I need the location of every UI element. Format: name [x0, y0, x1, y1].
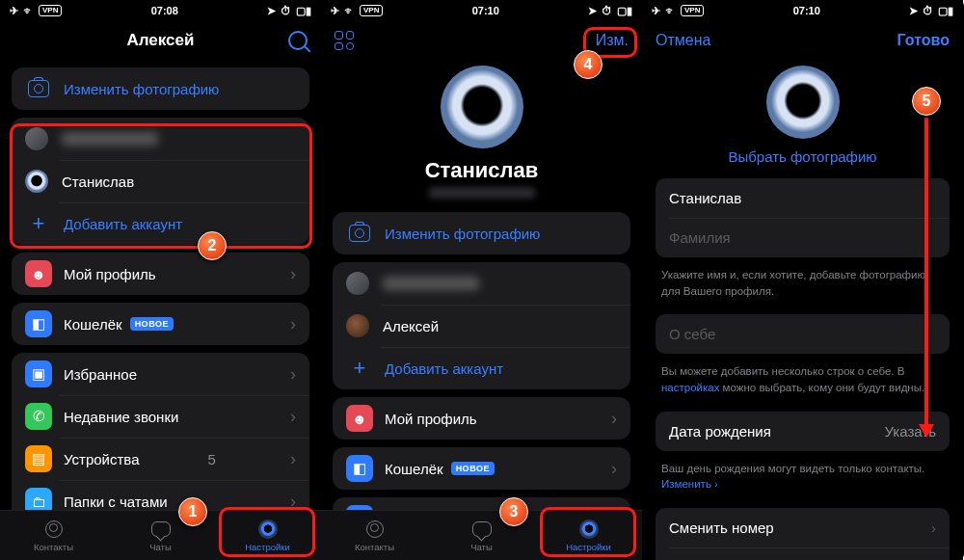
phone-icon: ✆: [25, 403, 52, 430]
airplane-icon: ✈︎: [10, 5, 18, 17]
accounts-card: Станислав +Добавить аккаунт: [12, 118, 309, 245]
row-label: Кошелёк: [64, 316, 122, 333]
profile-icon: ☻: [25, 260, 52, 287]
devices-count: 5: [208, 451, 216, 467]
folders-row[interactable]: 🗀Папки с чатами›: [12, 480, 309, 510]
airplane-icon: ✈︎: [331, 5, 339, 17]
change-photo-label: Изменить фотографию: [385, 226, 540, 242]
my-profile-row[interactable]: ☻Мой профиль›: [12, 253, 309, 295]
edit-button[interactable]: Изм.: [596, 32, 629, 49]
tab-contacts[interactable]: Контакты: [321, 511, 428, 560]
calls-row[interactable]: ✆Недавние звонки›: [12, 395, 309, 438]
new-badge: НОВОЕ: [130, 317, 174, 331]
tab-settings[interactable]: Настройки: [535, 511, 642, 560]
marker-4: 4: [574, 50, 602, 79]
accounts-card: Алексей +Добавить аккаунт: [333, 262, 630, 389]
header: Отмена Готово: [642, 21, 963, 60]
dob-hint: Ваш день рождения могут видеть только ко…: [642, 459, 963, 500]
alarm-icon: ⏱: [281, 5, 291, 16]
chevron-right-icon: ›: [611, 409, 617, 429]
account-row-stanislav[interactable]: Станислав: [12, 160, 309, 202]
statusbar: ✈︎ᯤVPN 07:08 ➤⏱▢▮: [0, 0, 321, 21]
profile-avatar[interactable]: [766, 66, 840, 139]
dob-row[interactable]: Дата рожденияУказать: [656, 412, 950, 451]
chevron-right-icon: ›: [290, 264, 296, 284]
row-label: Избранное: [64, 366, 137, 383]
add-account-row[interactable]: +Добавить аккаунт: [333, 347, 630, 389]
arrow-5-line: [924, 118, 928, 426]
avatar: [346, 272, 369, 295]
account-row-alexey[interactable]: Алексей: [333, 305, 630, 347]
chevron-right-icon: ›: [611, 459, 617, 479]
devices-row[interactable]: ▤Устройства5›: [12, 438, 309, 480]
tab-label: Контакты: [355, 542, 394, 552]
arrow-5-head: [919, 424, 934, 438]
settings-icon: [258, 520, 278, 539]
add-account-label: Добавить аккаунт: [385, 360, 503, 377]
profile-avatar[interactable]: [441, 66, 523, 148]
my-profile-row[interactable]: ☻Мой профиль›: [333, 397, 630, 440]
settings-link[interactable]: настройках: [661, 382, 719, 393]
change-photo-card[interactable]: Изменить фотографию: [12, 67, 309, 110]
profile-name: Станислав: [321, 158, 642, 183]
change-photo-card[interactable]: Изменить фотографию: [333, 212, 630, 254]
qr-icon[interactable]: [335, 31, 354, 50]
avatar: [346, 314, 369, 337]
account-row-1[interactable]: [12, 118, 309, 160]
profile-icon: ☻: [346, 405, 373, 432]
tab-settings[interactable]: Настройки: [214, 511, 321, 560]
account-name-blurred: [383, 277, 479, 290]
chats-icon: [472, 521, 492, 537]
chevron-right-icon: ›: [290, 407, 296, 427]
alarm-icon: ⏱: [602, 5, 612, 16]
tab-label: Настройки: [566, 542, 611, 552]
row-label: Мой профиль: [385, 411, 477, 427]
account-fields: Сменить номер› Имя пользователя›: [656, 508, 950, 560]
avatar: [25, 170, 48, 193]
account-row-1[interactable]: [333, 262, 630, 305]
search-icon[interactable]: [288, 31, 308, 50]
username-row[interactable]: Имя пользователя›: [656, 547, 950, 560]
add-account-row[interactable]: +Добавить аккаунт: [12, 202, 309, 245]
tab-contacts[interactable]: Контакты: [0, 511, 107, 560]
first-name-field[interactable]: Станислав: [656, 178, 950, 218]
change-privacy-link[interactable]: Изменить ›: [661, 478, 718, 490]
clock: 07:10: [793, 5, 820, 16]
folder-icon: 🗀: [25, 488, 52, 510]
vpn-badge: VPN: [360, 5, 383, 16]
wallet-row[interactable]: ◧КошелёкНОВОЕ›: [333, 447, 630, 490]
about-field[interactable]: О себе: [656, 314, 950, 354]
airplane-icon: ✈︎: [652, 5, 660, 17]
account-name: Алексей: [383, 318, 439, 334]
nav-icon: ➤: [267, 5, 276, 17]
chevron-right-icon: ›: [290, 492, 296, 511]
saved-row[interactable]: ▣Избранное›: [12, 353, 309, 395]
header: Алексей: [0, 21, 321, 60]
wallet-card: ◧КошелёкНОВОЕ›: [333, 447, 630, 490]
wallet-row[interactable]: ◧КошелёкНОВОЕ›: [12, 303, 309, 345]
tab-label: Чаты: [470, 542, 493, 552]
statusbar: ✈︎ᯤVPN 07:10 ➤⏱▢▮: [642, 0, 963, 21]
cancel-button[interactable]: Отмена: [656, 32, 710, 49]
profile-phone-blurred: [429, 187, 535, 199]
done-button[interactable]: Готово: [897, 32, 950, 49]
last-name-field[interactable]: Фамилия: [656, 218, 950, 257]
marker-1: 1: [178, 497, 207, 526]
name-hint: Укажите имя и, если хотите, добавьте фот…: [642, 265, 963, 307]
dob-label: Дата рождения: [669, 423, 771, 440]
tab-label: Чаты: [149, 542, 172, 552]
row-label: Устройства: [64, 451, 139, 467]
contacts-icon: [45, 520, 63, 538]
battery-icon: ▢▮: [617, 5, 632, 17]
chevron-right-icon: ›: [290, 449, 296, 469]
nav-icon: ➤: [588, 5, 597, 17]
page-title: Алексей: [52, 31, 269, 50]
pick-photo-button[interactable]: Выбрать фотографию: [642, 148, 963, 165]
plus-icon: +: [25, 211, 52, 236]
saved-row[interactable]: ▣Избранное›: [333, 497, 630, 510]
nav-icon: ➤: [909, 5, 918, 17]
name-fields: Станислав Фамилия: [656, 178, 950, 257]
account-name-blurred: [62, 132, 158, 146]
change-number-row[interactable]: Сменить номер›: [656, 508, 950, 547]
phone-settings-accounts: ✈︎ᯤVPN 07:08 ➤⏱▢▮ Алексей Изменить фотог…: [0, 0, 321, 560]
